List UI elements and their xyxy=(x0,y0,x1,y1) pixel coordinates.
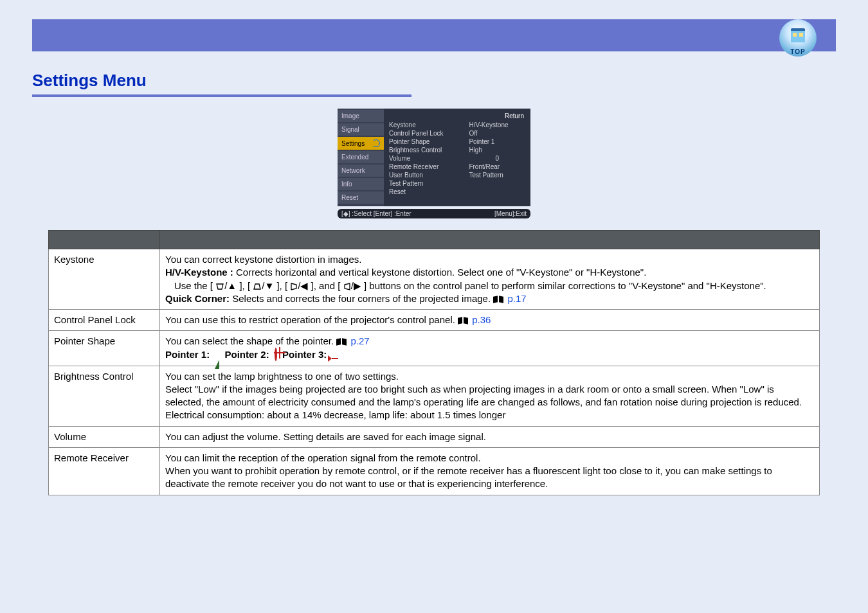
row-desc-cpl: You can use this to restrict operation o… xyxy=(160,310,820,331)
osd-item-image: Image xyxy=(338,110,384,122)
svg-marker-1 xyxy=(254,284,260,289)
osd-item-reset: Reset xyxy=(338,191,384,204)
keystone-wide-bottom-icon xyxy=(253,283,262,290)
top-badge-text: TOP xyxy=(790,48,805,55)
book-icon xyxy=(493,296,503,303)
row-desc-remote: You can limit the reception of the opera… xyxy=(160,447,820,495)
link-p36[interactable]: p.36 xyxy=(472,314,491,325)
osd-item-signal: Signal xyxy=(338,123,384,136)
osd-item-info: Info xyxy=(338,178,384,190)
row-label-keystone: Keystone xyxy=(49,249,160,310)
home-icon xyxy=(791,28,805,42)
keystone-wide-left-icon xyxy=(290,282,298,291)
link-p27[interactable]: p.27 xyxy=(350,335,369,346)
book-icon xyxy=(336,339,347,345)
pointer1-icon xyxy=(215,348,219,361)
row-label-cpl: Control Panel Lock xyxy=(49,310,160,331)
page-title: Settings Menu xyxy=(32,71,836,91)
osd-item-extended: Extended xyxy=(338,151,384,163)
table-row: Pointer Shape You can select the shape o… xyxy=(49,331,820,366)
top-home-badge[interactable]: TOP xyxy=(779,19,817,57)
row-label-pointer: Pointer Shape xyxy=(49,331,160,366)
settings-table: Keystone You can correct keystone distor… xyxy=(48,230,820,495)
row-desc-brightness: You can set the lamp brightness to one o… xyxy=(160,366,820,426)
refresh-icon xyxy=(372,139,380,147)
osd-footer: [◆] :Select [Enter] :Enter [Menu]:Exit xyxy=(338,209,530,218)
svg-marker-0 xyxy=(217,284,223,289)
osd-screenshot: Image Signal Settings Extended Network I… xyxy=(338,109,530,218)
osd-item-network: Network xyxy=(338,164,384,177)
table-header-desc xyxy=(160,231,820,249)
table-header-name xyxy=(49,231,160,249)
link-p17[interactable]: p.17 xyxy=(507,293,526,304)
keystone-wide-top-icon xyxy=(215,283,224,290)
title-underline xyxy=(32,94,411,97)
table-row: Control Panel Lock You can use this to r… xyxy=(49,310,820,331)
svg-marker-3 xyxy=(345,283,350,290)
row-label-volume: Volume xyxy=(49,426,160,447)
row-label-brightness: Brightness Control xyxy=(49,366,160,426)
row-desc-pointer: You can select the shape of the pointer.… xyxy=(160,331,820,366)
table-row: Volume You can adjust the volume. Settin… xyxy=(49,426,820,447)
header-bar: TOP xyxy=(32,19,836,51)
table-row: Remote Receiver You can limit the recept… xyxy=(49,447,820,495)
osd-return: Return xyxy=(388,111,527,121)
row-desc-keystone: You can correct keystone distortion in i… xyxy=(160,249,820,310)
keystone-wide-right-icon xyxy=(343,282,351,291)
osd-right-panel: Return KeystoneH/V-Keystone Control Pane… xyxy=(384,109,530,206)
row-desc-volume: You can adjust the volume. Setting detai… xyxy=(160,426,820,447)
pointer2-icon xyxy=(275,348,277,361)
osd-left-menu: Image Signal Settings Extended Network I… xyxy=(338,109,384,206)
table-row: Brightness Control You can set the lamp … xyxy=(49,366,820,426)
book-icon xyxy=(458,317,468,324)
table-row: Keystone You can correct keystone distor… xyxy=(49,249,820,310)
svg-marker-2 xyxy=(291,283,296,290)
row-label-remote: Remote Receiver xyxy=(49,447,160,495)
osd-item-settings: Settings xyxy=(338,137,384,150)
